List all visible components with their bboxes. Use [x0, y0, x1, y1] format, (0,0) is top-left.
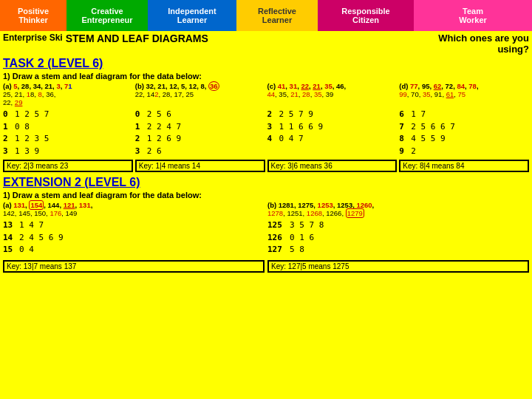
tab-creative-label: CreativeEntrepreneur [81, 7, 132, 24]
data-set-a: (a) 5, 28, 34, 21, 3, 71 25, 21, 18, 8, … [3, 82, 133, 106]
stem-table-c: 22 5 7 9 31 1 6 6 9 40 4 7 [267, 109, 398, 157]
extension-title: EXTENSION 2 (LEVEL 6) [3, 176, 529, 189]
ext-key-b: Key: 127|5 means 1275 [267, 260, 529, 273]
ext-key-a: Key: 13|7 means 137 [3, 260, 265, 273]
key-d: Key: 8|4 means 84 [399, 160, 529, 172]
which-ones-text: Which ones are you [438, 33, 529, 44]
stem-table-a: 01 2 5 7 10 8 21 2 3 5 31 3 9 [3, 109, 133, 157]
stem-table-b: 02 5 6 12 2 4 7 21 2 6 9 32 6 [135, 109, 265, 157]
tab-creative[interactable]: CreativeEntrepreneur [66, 0, 148, 31]
task-title: TASK 2 (LEVEL 6) [3, 57, 529, 70]
tab-team[interactable]: TeamWorker [414, 0, 532, 31]
data-set-b: (b) 32, 21, 12, 5, 12, 8, 36 22, 142, 28… [135, 82, 265, 106]
data-set-d: (d) 77, 95, 62, 72, 84, 78, 99, 70, 35, … [399, 82, 529, 106]
ext-data-set-b: (b) 1281, 1275, 1253, 1253, 1260, 1278, … [267, 201, 529, 217]
key-a: Key: 2|3 means 23 [3, 160, 133, 172]
data-set-c: (c) 41, 31, 22, 21, 35, 46, 44, 35, 21, … [267, 82, 398, 106]
tab-positive-label: PositiveThinker [18, 7, 49, 24]
tab-independent-label: IndependentLearner [168, 7, 216, 24]
using-text: using? [438, 44, 529, 55]
tab-independent[interactable]: IndependentLearner [148, 0, 236, 31]
top-tabs: PositiveThinker CreativeEntrepreneur Ind… [0, 0, 532, 31]
ext-data-set-a: (a) 131, 154, 144, 121, 131, 142, 145, 1… [3, 201, 265, 217]
tab-reflective[interactable]: ReflectiveLearner [236, 0, 318, 31]
tab-team-label: TeamWorker [459, 7, 487, 24]
stem-leaf-title: STEM AND LEAF DIAGRAMS [66, 33, 208, 44]
tab-responsible-label: ResponsibleCitizen [341, 7, 389, 24]
tab-responsible[interactable]: ResponsibleCitizen [318, 0, 414, 31]
ext-stem-table-a: 131 4 7 142 4 5 6 9 150 4 [3, 219, 265, 256]
stem-table-d: 61 7 72 5 6 6 7 84 5 5 9 92 [399, 109, 529, 157]
extension-instruction: 1) Draw a stem and leaf diagram for the … [3, 191, 529, 200]
task-instruction: 1) Draw a stem and leaf diagram for the … [3, 72, 529, 81]
tab-reflective-label: ReflectiveLearner [258, 7, 296, 24]
key-c: Key: 3|6 means 36 [267, 160, 398, 172]
tab-positive[interactable]: PositiveThinker [0, 0, 66, 31]
enterprise-label: Enterprise Ski [3, 33, 63, 43]
ext-stem-table-b: 1253 5 7 8 1260 1 6 1275 8 [267, 219, 529, 256]
key-b: Key: 1|4 means 14 [135, 160, 265, 172]
